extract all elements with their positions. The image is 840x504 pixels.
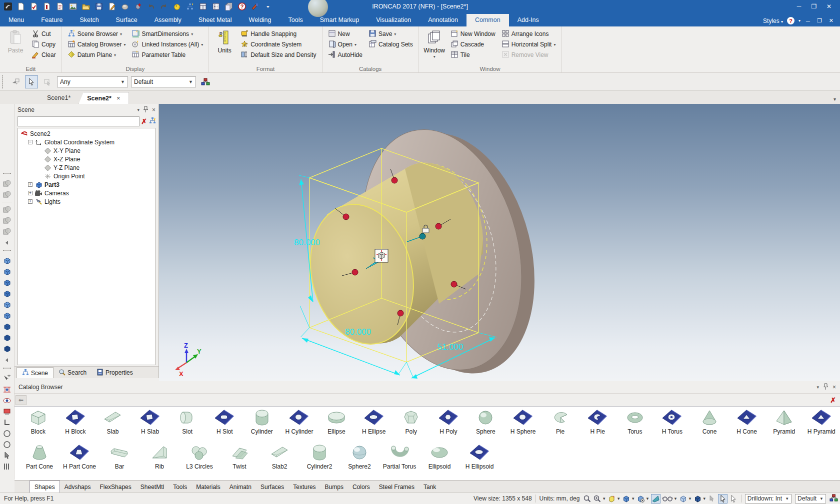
ribbon-tab-welding[interactable]: Welding	[240, 14, 280, 26]
rail-tool-bool-union[interactable]	[1, 178, 13, 189]
list-box-icon[interactable]	[211, 1, 221, 11]
page-stack-icon[interactable]	[224, 1, 234, 11]
wedge-teal-icon[interactable]	[651, 494, 660, 504]
save-button[interactable]: Save▾	[367, 29, 414, 39]
tree-item-y-z-plane[interactable]: Y-Z Plane	[18, 163, 155, 172]
catalog-item-twist[interactable]: Twist	[220, 444, 260, 479]
doc-edit-icon[interactable]	[107, 1, 117, 11]
viewport-3d[interactable]: 80.000 80.000 51.000 Z	[159, 104, 840, 381]
glasses-icon[interactable]: ▼	[662, 495, 678, 503]
collapse-icon[interactable]: −	[28, 140, 32, 144]
filter-clear-icon[interactable]: ✗	[141, 118, 147, 125]
catalog-item-torus[interactable]: Torus	[616, 409, 654, 444]
catalog-item-h-torus[interactable]: H Torus	[654, 409, 691, 444]
rail-tool-cube-back[interactable]	[1, 267, 13, 277]
tree-item-scene2[interactable]: Scene2	[18, 129, 155, 138]
rail-tool-cube-front[interactable]	[1, 256, 13, 266]
catalog-item-h-part-cone[interactable]: H Part Cone	[60, 444, 100, 479]
catalog-close-icon[interactable]: ×	[832, 384, 836, 391]
rail-tool-cube-iso3[interactable]	[1, 344, 13, 354]
render-style-combo[interactable]: Default▼	[131, 76, 196, 87]
image-icon[interactable]	[68, 1, 78, 11]
panel-tab-properties[interactable]: Properties	[92, 367, 138, 378]
help-icon[interactable]: ?	[237, 1, 247, 11]
catalog-item-pie[interactable]: Pie	[542, 409, 579, 444]
filter-tree-icon[interactable]	[148, 117, 156, 126]
save-floppy-icon[interactable]	[94, 1, 104, 11]
catalog-tab-tank[interactable]: Tank	[419, 482, 440, 493]
tree-item-x-z-plane[interactable]: X-Z Plane	[18, 155, 155, 163]
datum-plane-button[interactable]: Datum Plane▾	[66, 50, 128, 60]
cube-plus-icon[interactable]	[133, 1, 143, 11]
new-doc-icon[interactable]	[16, 1, 26, 11]
rail-tool-eye-red[interactable]	[1, 395, 13, 406]
rail-tool-cube-left[interactable]	[1, 278, 13, 288]
catalog-back-button[interactable]: ⬅	[16, 395, 26, 405]
catalog-item-cylinder[interactable]: Cylinder	[244, 409, 281, 444]
window-button[interactable]: Window▾	[423, 29, 446, 64]
catalog-tab-advshaps[interactable]: Advshaps	[60, 482, 96, 493]
clear-button[interactable]: Clear	[30, 50, 58, 60]
rail-tool-cube-iso1[interactable]	[1, 322, 13, 332]
doc-minimize-button[interactable]: ─	[804, 18, 812, 24]
tree-item-global-coordinate-system[interactable]: −Global Coordinate System	[18, 138, 155, 146]
handle-snapping-button[interactable]: Handle Snapping	[239, 29, 318, 39]
rail-tool-pointer-axes[interactable]	[1, 373, 13, 384]
doc-check-icon[interactable]	[29, 1, 39, 11]
status-hierarchy-icon[interactable]	[830, 494, 838, 504]
selection-filter-combo[interactable]: Any▼	[57, 76, 128, 87]
dim-width-label[interactable]: 80.000	[345, 327, 371, 337]
hierarchy-icon[interactable]	[199, 75, 212, 88]
catalog-item-h-pyramid[interactable]: H Pyramid	[802, 409, 840, 444]
panel-grid-icon[interactable]	[198, 1, 208, 11]
tree-item-cameras[interactable]: +Cameras	[18, 189, 155, 197]
catalog-item-slab2[interactable]: Slab2	[260, 444, 300, 479]
rail-tool-cube-iso2[interactable]	[1, 333, 13, 343]
catalog-menu-caret-icon[interactable]: ▾	[816, 385, 819, 390]
rail-tool-bool-intersect[interactable]	[1, 204, 13, 215]
expand-icon[interactable]: +	[28, 182, 32, 187]
rail-tool-cube-right[interactable]	[1, 289, 13, 299]
catalog-item-h-slot[interactable]: H Slot	[206, 409, 244, 444]
doc-restore-button[interactable]: ❐	[816, 17, 824, 24]
rail-tool-bars[interactable]	[1, 461, 13, 472]
catalog-item-h-cone[interactable]: H Cone	[728, 409, 766, 444]
document-tab-Scene1[interactable]: Scene1*	[39, 92, 78, 104]
rail-tool-bool-outline[interactable]	[1, 226, 13, 237]
catalog-tab-surfaces[interactable]: Surfaces	[256, 482, 288, 493]
catalog-item-h-ellipse[interactable]: H Ellipse	[355, 409, 392, 444]
rail-tool-tag-red[interactable]	[1, 406, 13, 417]
default-size-and-density-button[interactable]: Default Size and Density	[239, 50, 318, 60]
catalog-sets-button[interactable]: Catalog Sets	[367, 39, 414, 49]
catalog-item-ellipse[interactable]: Ellipse	[318, 409, 356, 444]
catalog-tab-textures[interactable]: Textures	[288, 482, 320, 493]
catalog-item-sphere[interactable]: Sphere	[467, 409, 504, 444]
doc-red-text-icon[interactable]	[55, 1, 65, 11]
panel-close-icon[interactable]: ×	[152, 106, 156, 113]
anchor-handle-dot[interactable]	[420, 233, 426, 239]
doc-close-button[interactable]: ✕	[828, 17, 835, 24]
ribbon-tab-assembly[interactable]: Assembly	[146, 14, 190, 26]
magnifier-icon[interactable]	[583, 495, 592, 503]
close-button[interactable]: ✕	[822, 1, 836, 11]
catalog-item-h-ellipsoid[interactable]: H Ellipsoid	[460, 444, 500, 479]
dim-depth-label[interactable]: 51.000	[438, 342, 464, 352]
tab-close-icon[interactable]: ×	[116, 94, 120, 102]
tree-item-origin-point[interactable]: Origin Point	[18, 172, 155, 180]
catalog-item-block[interactable]: Block	[20, 409, 57, 444]
panel-tab-scene[interactable]: Scene	[16, 367, 54, 378]
catalog-tab-shapes[interactable]: Shapes	[30, 481, 60, 493]
rail-tool-arrow-left[interactable]	[1, 355, 13, 365]
styles-dropdown[interactable]: Styles ▾	[763, 17, 783, 24]
app-logo-icon[interactable]	[3, 1, 13, 11]
catalog-item-cone[interactable]: Cone	[691, 409, 728, 444]
ribbon-tab-menu[interactable]: Menu	[0, 14, 32, 26]
catalog-item-partial-torus[interactable]: Partial Torus	[380, 444, 420, 479]
catalog-item-h-slab[interactable]: H Slab	[132, 409, 169, 444]
catalog-tab-colors[interactable]: Colors	[348, 482, 374, 493]
status-style-combo[interactable]: Default▼	[795, 494, 826, 504]
catalog-pin-icon[interactable]	[823, 383, 828, 391]
catalog-item-slot[interactable]: Slot	[168, 409, 206, 444]
rail-tool-cube-top[interactable]	[1, 300, 13, 310]
scene-filter-input[interactable]	[18, 116, 140, 126]
